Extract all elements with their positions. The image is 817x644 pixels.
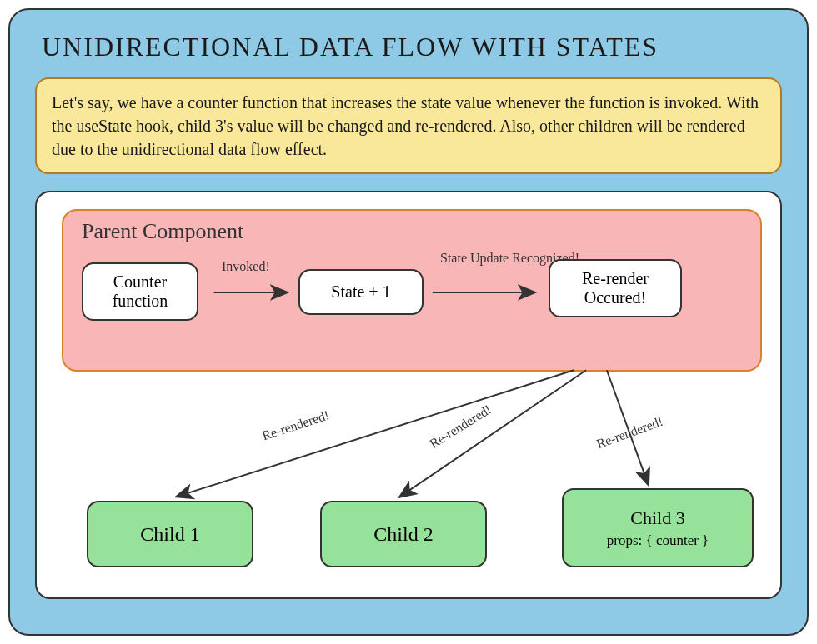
parent-component-label: Parent Component <box>82 219 742 244</box>
svg-line-3 <box>400 370 586 497</box>
svg-line-2 <box>177 370 574 497</box>
edge-label-child-3: Re-rendered! <box>594 414 664 452</box>
node-counter-function: Counter function <box>82 262 198 321</box>
diagram-frame: UNIDIRECTIONAL DATA FLOW WITH STATES Let… <box>8 8 809 636</box>
node-rerender-occurred: Re-render Occured! <box>549 259 682 317</box>
child-2-box: Child 2 <box>320 501 487 567</box>
child-1-box: Child 1 <box>87 501 253 567</box>
arrow-label-state-update: State Update Recognized! <box>440 251 549 266</box>
child-2-label: Child 2 <box>373 523 433 546</box>
explanation-text: Let's say, we have a counter function th… <box>52 93 759 158</box>
child-1-label: Child 1 <box>140 523 199 546</box>
child-3-props: props: { counter } <box>607 532 709 549</box>
diagram-canvas: Parent Component Counter function Invoke… <box>35 191 782 599</box>
parent-component-box: Parent Component Counter function Invoke… <box>62 209 762 372</box>
diagram-title: UNIDIRECTIONAL DATA FLOW WITH STATES <box>42 32 780 62</box>
parent-flow-row: Counter function Invoked! State + 1 Stat… <box>82 252 742 344</box>
edge-label-child-2: Re-rendered! <box>427 402 494 451</box>
node-state-plus-one: State + 1 <box>298 269 424 315</box>
svg-line-4 <box>607 370 649 484</box>
arrow-label-invoked: Invoked! <box>222 259 270 274</box>
edge-label-child-1: Re-rendered! <box>260 407 331 442</box>
child-3-label: Child 3 <box>630 507 684 529</box>
child-3-box: Child 3 props: { counter } <box>562 488 754 567</box>
explanation-box: Let's say, we have a counter function th… <box>35 77 782 174</box>
